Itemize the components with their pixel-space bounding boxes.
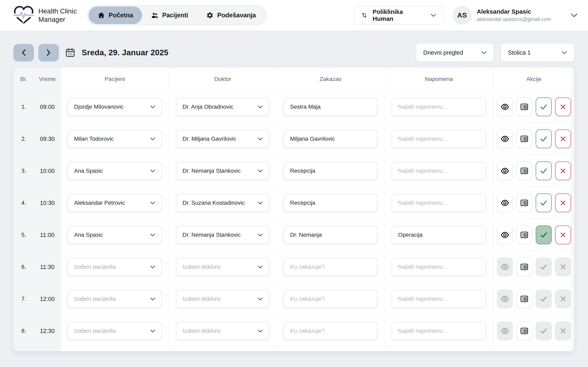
- chevron-down-icon: [147, 329, 155, 333]
- view-button[interactable]: [497, 225, 513, 244]
- doctor-select[interactable]: Dr. Suzana Kostadinovic: [176, 194, 269, 212]
- eye-icon: [501, 103, 509, 111]
- doctor-select-value: Dr. Suzana Kostadinovic: [182, 200, 245, 206]
- booked_by-input[interactable]: [284, 290, 378, 308]
- booked_by-input[interactable]: [284, 194, 378, 212]
- x-icon: [559, 167, 567, 175]
- doctor-select[interactable]: Izaberi doktora: [176, 290, 269, 308]
- view-button[interactable]: [497, 161, 513, 180]
- user-menu-button[interactable]: [571, 13, 578, 17]
- next-day-button[interactable]: [38, 44, 59, 61]
- row-number: 4.: [14, 187, 34, 219]
- cancel-button[interactable]: [555, 129, 571, 148]
- confirm-button[interactable]: [536, 225, 552, 244]
- notes-button[interactable]: [516, 290, 532, 308]
- note-icon: [520, 295, 528, 303]
- prev-day-button[interactable]: [13, 44, 34, 61]
- note-input[interactable]: [392, 258, 486, 276]
- patient-select[interactable]: Izaberi pacijenta: [68, 258, 162, 276]
- patient-select[interactable]: Ana Spasic: [68, 162, 162, 180]
- tab-pocetna[interactable]: Početna: [89, 7, 142, 24]
- x-icon: [559, 199, 567, 207]
- check-icon: [539, 199, 548, 207]
- cancel-button[interactable]: [555, 193, 571, 212]
- patient-select-value: Aleksandar Petrovic: [74, 200, 125, 206]
- doctor-select[interactable]: Izaberi doktora: [176, 258, 269, 276]
- booked_by-input[interactable]: [284, 322, 378, 340]
- patient-select[interactable]: Izaberi pacijenta: [68, 290, 162, 308]
- doctor-select-value: Izaberi doktora: [182, 264, 220, 270]
- cancel-button[interactable]: [555, 225, 571, 244]
- doctor-select[interactable]: Izaberi doktora: [176, 322, 269, 340]
- patient-select[interactable]: Aleksandar Petrovic: [68, 194, 162, 212]
- chevron-left-icon: [21, 49, 26, 56]
- chevron-down-icon: [571, 13, 578, 17]
- booked_by-input[interactable]: [284, 162, 378, 180]
- note-input[interactable]: [392, 226, 486, 244]
- notes-button[interactable]: [516, 98, 532, 116]
- patient-select[interactable]: Izaberi pacijenta: [68, 322, 162, 340]
- date-title: Sreda, 29. Januar 2025: [82, 48, 168, 57]
- schedule-toolbar: Sreda, 29. Januar 2025 Dnevni pregled St…: [13, 43, 575, 62]
- doctor-select[interactable]: Dr. Nemanja Stankovic: [176, 226, 269, 244]
- table-row: 7. 12:00 Izaberi pacijenta Izaberi dokto…: [14, 283, 574, 315]
- chair-select[interactable]: Stolica 1: [501, 43, 575, 62]
- confirm-button[interactable]: [536, 193, 552, 212]
- clinic-select[interactable]: Poliklinika Human: [354, 6, 444, 25]
- header-vreme: Vreme: [34, 67, 61, 91]
- table-scrollbar[interactable]: [572, 67, 574, 351]
- confirm-button[interactable]: [536, 98, 552, 116]
- tab-pacijenti[interactable]: Pacijenti: [142, 7, 197, 24]
- note-input[interactable]: [392, 130, 486, 148]
- doctor-select[interactable]: Dr. Anja Obradnovic: [176, 98, 269, 116]
- row-actions: [497, 290, 571, 308]
- notes-button[interactable]: [516, 161, 532, 180]
- table-row: 6. 11:30 Izaberi pacijenta Izaberi dokto…: [14, 251, 574, 283]
- patient-select[interactable]: Djordje Milovanovic: [68, 98, 162, 116]
- confirm-button[interactable]: [536, 161, 552, 180]
- table-row: 4. 10:30 Aleksandar Petrovic Dr. Suzana …: [14, 187, 574, 219]
- view-mode-select[interactable]: Dnevni pregled: [416, 43, 494, 62]
- row-number: 3.: [14, 155, 34, 187]
- note-input[interactable]: [392, 194, 486, 212]
- view-button[interactable]: [497, 129, 513, 148]
- header-doktor: Doktor: [169, 67, 277, 91]
- notes-button[interactable]: [516, 129, 532, 148]
- check-icon: [539, 263, 548, 271]
- notes-button[interactable]: [516, 225, 532, 244]
- confirm-button[interactable]: [536, 129, 552, 148]
- note-icon: [520, 327, 528, 335]
- patient-select-value: Djordje Milovanovic: [74, 104, 124, 110]
- avatar[interactable]: AS: [453, 6, 471, 25]
- booked_by-input[interactable]: [284, 130, 378, 148]
- notes-button[interactable]: [516, 258, 532, 276]
- row-actions: [497, 129, 571, 148]
- booked_by-input[interactable]: [284, 226, 378, 244]
- header-zakazao: Zakazao: [277, 67, 385, 91]
- patient-select[interactable]: Ana Spasic: [68, 226, 162, 244]
- patient-select[interactable]: Milan Todorovic: [68, 130, 162, 148]
- cancel-button[interactable]: [555, 98, 571, 116]
- note-input[interactable]: [392, 322, 486, 340]
- note-input[interactable]: [392, 290, 486, 308]
- doctor-select[interactable]: Dr. Miljana Gavrilovic: [176, 130, 269, 148]
- note-input[interactable]: [392, 98, 486, 116]
- booked_by-input[interactable]: [284, 258, 378, 276]
- row-time: 10:00: [34, 155, 61, 187]
- note-icon: [520, 199, 528, 207]
- table-row: 3. 10:00 Ana Spasic Dr. Nemanja Stankovi…: [14, 155, 574, 187]
- view-button[interactable]: [497, 98, 513, 116]
- note-input[interactable]: [392, 162, 486, 180]
- doctor-select[interactable]: Dr. Nemanja Stankovic: [176, 162, 269, 180]
- tab-podesavanja[interactable]: Podešavanja: [197, 7, 265, 24]
- x-icon: [559, 231, 567, 239]
- clinic-select-value: Poliklinika Human: [373, 8, 425, 22]
- notes-button[interactable]: [516, 322, 532, 340]
- cancel-button[interactable]: [555, 161, 571, 180]
- booked_by-input[interactable]: [284, 98, 378, 116]
- notes-button[interactable]: [516, 193, 532, 212]
- row-time: 11:00: [34, 219, 61, 251]
- chevron-down-icon: [147, 137, 155, 141]
- check-icon: [539, 231, 548, 239]
- view-button[interactable]: [497, 193, 513, 212]
